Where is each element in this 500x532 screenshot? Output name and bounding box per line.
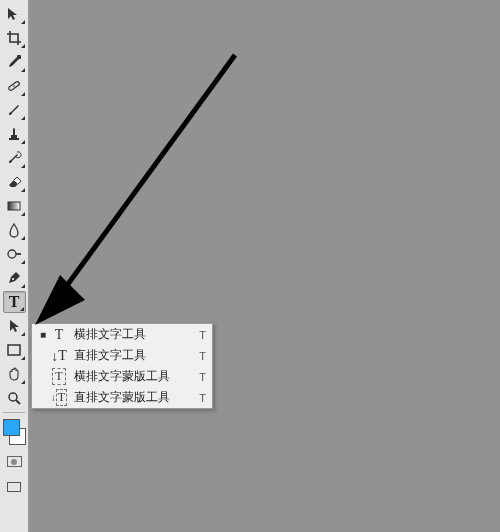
svg-line-10 [16, 400, 20, 404]
type-tool[interactable]: T [3, 291, 26, 313]
pen-tool[interactable] [3, 267, 26, 289]
flyout-item-shortcut: T [193, 350, 206, 362]
brush-tool[interactable] [3, 99, 26, 121]
color-swatches[interactable] [2, 418, 27, 446]
blur-tool[interactable] [3, 219, 26, 241]
flyout-indicator-icon [21, 284, 25, 288]
quick-mask-toggle[interactable] [3, 450, 26, 473]
flyout-indicator-icon [20, 307, 24, 311]
svg-line-11 [60, 55, 235, 295]
checkmark-icon: ■ [38, 329, 48, 340]
svg-rect-4 [8, 202, 20, 210]
flyout-item-label: 横排文字蒙版工具 [74, 368, 193, 385]
screen-mode-button[interactable] [3, 475, 26, 498]
flyout-item-horizontal-type-mask[interactable]: T 横排文字蒙版工具 T [32, 366, 212, 387]
flyout-item-label: 直排文字工具 [74, 347, 193, 364]
type-tool-flyout: ■ T 横排文字工具 T ↓T 直排文字工具 T T 横排文字蒙版工具 T ↓T… [31, 323, 213, 409]
clone-stamp-tool[interactable] [3, 123, 26, 145]
eraser-tool[interactable] [3, 171, 26, 193]
gradient-tool[interactable] [3, 195, 26, 217]
history-brush-tool[interactable] [3, 147, 26, 169]
flyout-indicator-icon [21, 116, 25, 120]
vertical-type-mask-icon: ↓T [50, 389, 68, 407]
flyout-item-shortcut: T [193, 392, 206, 404]
hand-tool[interactable] [3, 363, 26, 385]
flyout-indicator-icon [21, 380, 25, 384]
zoom-tool[interactable] [3, 387, 26, 409]
foreground-color-swatch[interactable] [3, 419, 20, 436]
flyout-indicator-icon [21, 140, 25, 144]
flyout-indicator-icon [21, 356, 25, 360]
healing-brush-tool[interactable] [3, 75, 26, 97]
svg-point-9 [9, 393, 17, 401]
tools-panel: T [0, 0, 29, 532]
flyout-indicator-icon [21, 20, 25, 24]
flyout-indicator-icon [21, 68, 25, 72]
vertical-type-icon: ↓T [50, 347, 68, 365]
flyout-item-vertical-type-mask[interactable]: ↓T 直排文字蒙版工具 T [32, 387, 212, 408]
flyout-indicator-icon [21, 44, 25, 48]
flyout-indicator-icon [21, 92, 25, 96]
quick-mask-icon [7, 456, 22, 467]
svg-point-7 [12, 278, 14, 280]
flyout-indicator-icon [21, 164, 25, 168]
svg-rect-0 [17, 55, 21, 59]
dodge-tool[interactable] [3, 243, 26, 265]
flyout-indicator-icon [21, 212, 25, 216]
move-tool[interactable] [3, 3, 26, 25]
svg-rect-3 [9, 138, 19, 140]
type-icon: T [9, 293, 20, 311]
flyout-indicator-icon [21, 188, 25, 192]
flyout-item-label: 横排文字工具 [74, 326, 193, 343]
horizontal-type-mask-icon: T [50, 368, 68, 386]
svg-marker-12 [35, 275, 85, 325]
flyout-item-shortcut: T [193, 371, 206, 383]
svg-rect-8 [8, 345, 20, 355]
magnifier-icon [6, 390, 22, 406]
horizontal-type-icon: T [50, 326, 68, 344]
eyedropper-tool[interactable] [3, 51, 26, 73]
path-selection-tool[interactable] [3, 315, 26, 337]
flyout-indicator-icon [21, 260, 25, 264]
crop-tool[interactable] [3, 27, 26, 49]
flyout-indicator-icon [21, 236, 25, 240]
toolbar-separator [3, 412, 25, 413]
flyout-item-label: 直排文字蒙版工具 [74, 389, 193, 406]
flyout-item-horizontal-type[interactable]: ■ T 横排文字工具 T [32, 324, 212, 345]
svg-point-2 [13, 85, 15, 87]
flyout-indicator-icon [21, 332, 25, 336]
svg-point-5 [8, 250, 16, 258]
annotation-arrow [0, 0, 500, 532]
flyout-item-vertical-type[interactable]: ↓T 直排文字工具 T [32, 345, 212, 366]
rectangle-shape-tool[interactable] [3, 339, 26, 361]
flyout-item-shortcut: T [193, 329, 206, 341]
screen-mode-icon [7, 482, 21, 492]
